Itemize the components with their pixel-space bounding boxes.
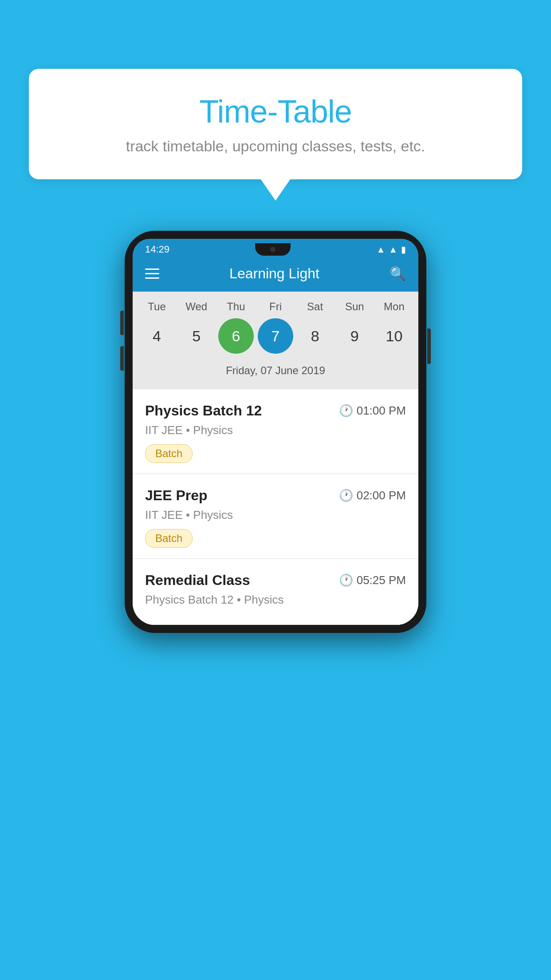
schedule-item-3-time-text: 05:25 PM xyxy=(357,573,406,587)
wifi-icon: ▲ xyxy=(376,245,385,255)
selected-date-label: Friday, 07 June 2019 xyxy=(133,361,418,385)
schedule-item-1-title: Physics Batch 12 xyxy=(145,403,262,419)
day-name-sat: Sat xyxy=(297,300,333,313)
app-title: Time-Table xyxy=(47,93,504,130)
day-5[interactable]: 5 xyxy=(179,318,214,354)
signal-icon: ▲ xyxy=(389,245,398,255)
schedule-item-2-header: JEE Prep 🕐 02:00 PM xyxy=(145,487,406,504)
speech-bubble: Time-Table track timetable, upcoming cla… xyxy=(29,69,522,179)
status-bar: 14:29 ▲ ▲ ▮ xyxy=(133,239,418,256)
notch xyxy=(255,243,291,256)
schedule-item-1-header: Physics Batch 12 🕐 01:00 PM xyxy=(145,403,406,419)
phone-frame: 14:29 ▲ ▲ ▮ Learning Light 🔍 xyxy=(125,231,426,633)
day-name-wed: Wed xyxy=(179,300,214,313)
day-name-thu: Thu xyxy=(218,300,254,313)
schedule-list: Physics Batch 12 🕐 01:00 PM IIT JEE • Ph… xyxy=(133,389,418,625)
schedule-item-3-header: Remedial Class 🕐 05:25 PM xyxy=(145,572,406,589)
status-icons: ▲ ▲ ▮ xyxy=(376,244,406,255)
schedule-item-1-subtitle: IIT JEE • Physics xyxy=(145,423,406,437)
day-10[interactable]: 10 xyxy=(376,318,412,354)
schedule-item-3-time: 🕐 05:25 PM xyxy=(339,573,406,587)
speech-bubble-container: Time-Table track timetable, upcoming cla… xyxy=(29,69,522,179)
day-names-row: Tue Wed Thu Fri Sat Sun Mon xyxy=(133,300,418,318)
clock-icon-1: 🕐 xyxy=(339,404,353,418)
day-name-mon: Mon xyxy=(376,300,412,313)
schedule-item-3-title: Remedial Class xyxy=(145,572,250,589)
volume-down-button xyxy=(120,346,124,371)
batch-tag-1: Batch xyxy=(145,444,193,463)
app-bar-title: Learning Light xyxy=(229,265,319,282)
day-6-today[interactable]: 6 xyxy=(218,318,254,354)
clock-icon-3: 🕐 xyxy=(339,573,353,587)
schedule-item-3-subtitle: Physics Batch 12 • Physics xyxy=(145,593,406,607)
volume-up-button xyxy=(120,311,124,335)
schedule-item-1-time: 🕐 01:00 PM xyxy=(339,404,406,418)
status-time: 14:29 xyxy=(145,244,169,255)
phone-screen: Learning Light 🔍 Tue Wed Thu Fri Sat Sun… xyxy=(133,256,418,625)
day-name-tue: Tue xyxy=(139,300,175,313)
day-numbers-row: 4 5 6 7 8 9 10 xyxy=(133,318,418,361)
power-button xyxy=(427,328,431,364)
calendar-section: Tue Wed Thu Fri Sat Sun Mon 4 5 6 7 8 9 … xyxy=(133,292,418,389)
schedule-item-2-time: 🕐 02:00 PM xyxy=(339,489,406,502)
day-7-selected[interactable]: 7 xyxy=(258,318,293,354)
phone-mockup: 14:29 ▲ ▲ ▮ Learning Light 🔍 xyxy=(125,231,426,633)
schedule-item-2-title: JEE Prep xyxy=(145,487,208,504)
day-8[interactable]: 8 xyxy=(297,318,333,354)
battery-icon: ▮ xyxy=(401,244,406,255)
app-subtitle: track timetable, upcoming classes, tests… xyxy=(47,138,504,155)
day-name-fri: Fri xyxy=(258,300,293,313)
schedule-item-2[interactable]: JEE Prep 🕐 02:00 PM IIT JEE • Physics Ba… xyxy=(133,474,418,559)
day-4[interactable]: 4 xyxy=(139,318,175,354)
batch-tag-2: Batch xyxy=(145,529,193,548)
menu-button[interactable] xyxy=(145,269,159,279)
camera xyxy=(270,247,276,252)
schedule-item-1[interactable]: Physics Batch 12 🕐 01:00 PM IIT JEE • Ph… xyxy=(133,389,418,474)
search-button[interactable]: 🔍 xyxy=(390,266,406,281)
schedule-item-1-time-text: 01:00 PM xyxy=(357,404,406,418)
schedule-item-2-subtitle: IIT JEE • Physics xyxy=(145,508,406,522)
schedule-item-2-time-text: 02:00 PM xyxy=(357,489,406,502)
clock-icon-2: 🕐 xyxy=(339,489,353,502)
day-name-sun: Sun xyxy=(337,300,372,313)
day-9[interactable]: 9 xyxy=(337,318,372,354)
schedule-item-3[interactable]: Remedial Class 🕐 05:25 PM Physics Batch … xyxy=(133,559,418,625)
app-bar: Learning Light 🔍 xyxy=(133,256,418,292)
